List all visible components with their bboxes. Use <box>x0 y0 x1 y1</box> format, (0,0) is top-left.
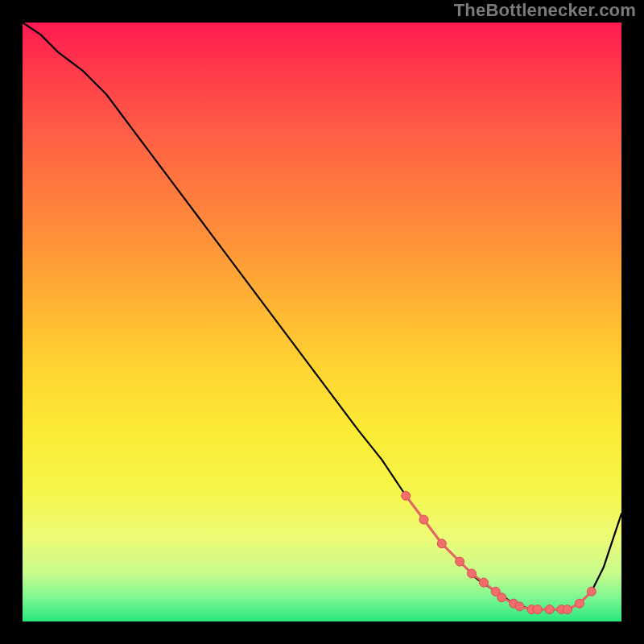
marker-dot <box>545 605 554 614</box>
marker-dots-group <box>402 491 597 613</box>
marker-dot <box>564 605 572 614</box>
marker-dot <box>402 491 411 500</box>
marker-dot <box>497 593 506 602</box>
marker-dot <box>515 602 524 611</box>
marker-dot <box>468 569 477 578</box>
marker-dot <box>575 599 584 608</box>
chart-frame: TheBottlenecker.com <box>0 0 644 644</box>
marker-dot <box>456 557 464 566</box>
chart-svg <box>23 23 621 621</box>
marker-dot <box>419 515 428 524</box>
marker-dot <box>587 587 596 596</box>
marker-dot <box>437 539 446 548</box>
main-curve <box>23 23 621 609</box>
watermark-text: TheBottlenecker.com <box>454 0 636 21</box>
marker-dot <box>533 605 542 614</box>
marker-dot <box>479 578 488 587</box>
